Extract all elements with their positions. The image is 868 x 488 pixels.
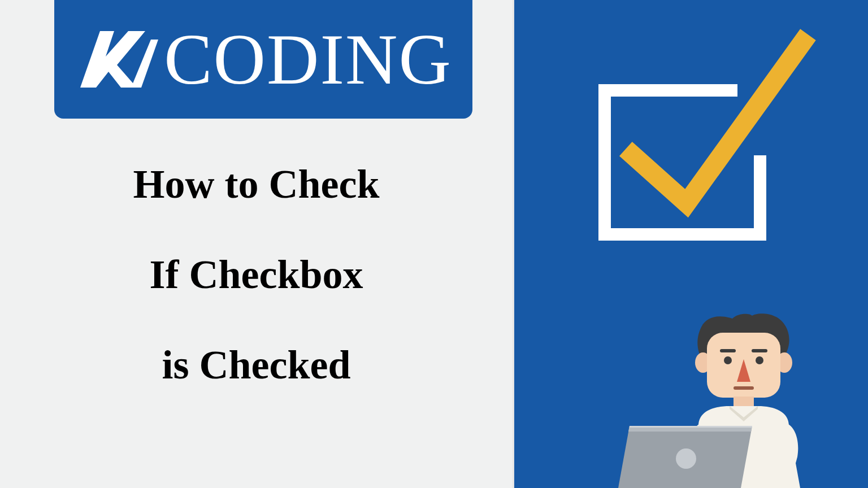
title-block: How to Check If Checkbox is Checked xyxy=(0,164,513,435)
logo-box: CODING xyxy=(54,0,472,119)
right-panel xyxy=(514,0,868,488)
svg-point-10 xyxy=(676,448,696,469)
title-line-3: is Checked xyxy=(0,345,513,385)
logo-text: CODING xyxy=(164,23,452,95)
svg-rect-3 xyxy=(720,349,736,352)
title-line-1: How to Check xyxy=(0,164,513,204)
checkbox-check-icon xyxy=(579,28,817,243)
svg-rect-4 xyxy=(752,349,767,352)
svg-rect-7 xyxy=(734,386,754,390)
logo-mark-icon xyxy=(75,25,159,93)
left-panel: CODING How to Check If Checkbox is Check… xyxy=(0,0,514,488)
title-line-2: If Checkbox xyxy=(0,254,513,295)
person-laptop-illustration xyxy=(614,296,851,488)
svg-point-5 xyxy=(724,356,732,364)
svg-point-6 xyxy=(756,356,763,364)
